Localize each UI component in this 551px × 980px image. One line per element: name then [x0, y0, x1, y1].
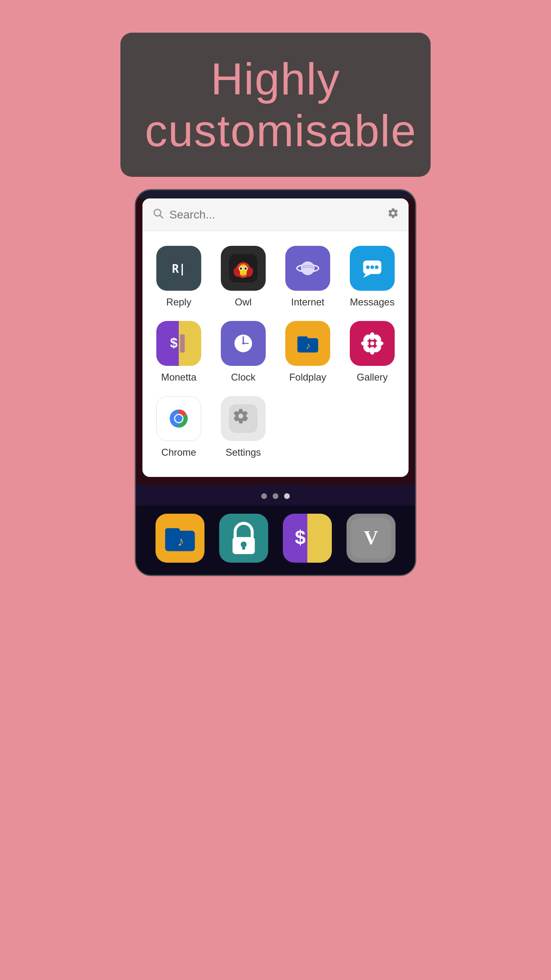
- dock-v[interactable]: V: [347, 514, 395, 563]
- svg-point-45: [370, 332, 375, 341]
- svg-point-24: [375, 265, 378, 269]
- app-item-foldplay[interactable]: ♪ Foldplay: [276, 314, 340, 390]
- svg-rect-64: [242, 544, 245, 550]
- svg-rect-41: [298, 336, 308, 341]
- app-item-monetta[interactable]: $ Monetta: [147, 314, 211, 390]
- svg-point-57: [175, 415, 182, 422]
- app-item-internet[interactable]: Internet: [276, 239, 340, 314]
- app-grid: R| Reply: [142, 231, 409, 477]
- app-item-chrome[interactable]: Chrome: [147, 390, 211, 465]
- settings-icon: [221, 396, 266, 441]
- svg-line-1: [160, 215, 162, 218]
- phone-frame: R| Reply: [135, 189, 416, 576]
- svg-text:$: $: [295, 526, 306, 548]
- search-icon: [152, 207, 164, 222]
- svg-point-48: [375, 341, 383, 346]
- dot-2[interactable]: [273, 493, 278, 499]
- internet-label: Internet: [291, 296, 324, 308]
- banner-text: Highly customisable: [145, 53, 406, 156]
- svg-point-54: [370, 341, 374, 345]
- clock-label: Clock: [231, 372, 256, 383]
- phone-screen: R| Reply: [136, 198, 415, 575]
- bottom-dock: ♪: [136, 506, 415, 575]
- internet-icon: [285, 246, 330, 291]
- svg-rect-33: [180, 334, 184, 353]
- owl-icon: [221, 246, 266, 291]
- reply-label: Reply: [166, 296, 191, 308]
- app-item-reply[interactable]: R| Reply: [147, 239, 211, 314]
- app-item-owl[interactable]: Owl: [211, 239, 276, 314]
- svg-point-38: [242, 342, 244, 344]
- app-item-gallery[interactable]: Gallery: [340, 314, 404, 390]
- dock-foldplay[interactable]: ♪: [156, 514, 204, 563]
- svg-point-47: [361, 341, 369, 346]
- svg-text:$: $: [170, 335, 178, 350]
- app-item-clock[interactable]: Clock: [211, 314, 276, 390]
- gallery-icon: [350, 321, 395, 366]
- messages-label: Messages: [350, 296, 394, 308]
- svg-text:♪: ♪: [306, 340, 311, 351]
- top-banner: Highly customisable: [120, 33, 431, 177]
- page-dots: [136, 485, 415, 506]
- chrome-label: Chrome: [161, 447, 196, 458]
- clock-icon: [221, 321, 266, 366]
- svg-point-22: [366, 265, 370, 269]
- monetta-icon: $: [156, 321, 201, 366]
- dock-monetta[interactable]: $: [283, 514, 332, 563]
- search-input[interactable]: [169, 208, 387, 221]
- svg-text:R|: R|: [172, 262, 186, 276]
- svg-text:♪: ♪: [178, 534, 184, 549]
- svg-text:V: V: [364, 526, 378, 549]
- svg-rect-60: [165, 528, 180, 534]
- svg-point-11: [244, 267, 247, 270]
- app-item-messages[interactable]: Messages: [340, 239, 404, 314]
- chrome-icon: [156, 396, 201, 441]
- svg-point-9: [240, 267, 242, 270]
- settings-gear-icon[interactable]: [387, 207, 399, 222]
- app-drawer: R| Reply: [142, 198, 409, 477]
- reply-icon: R|: [156, 246, 201, 291]
- svg-point-23: [371, 265, 374, 269]
- owl-label: Owl: [235, 296, 251, 308]
- settings-label: Settings: [226, 447, 261, 458]
- dot-3-active[interactable]: [284, 493, 290, 499]
- gallery-label: Gallery: [357, 372, 388, 383]
- monetta-label: Monetta: [161, 372, 197, 383]
- messages-icon: [350, 246, 395, 291]
- foldplay-label: Foldplay: [289, 372, 327, 383]
- foldplay-icon: ♪: [285, 321, 330, 366]
- svg-point-46: [370, 346, 375, 354]
- search-bar: [142, 198, 409, 231]
- app-item-settings[interactable]: Settings: [211, 390, 276, 465]
- dot-1[interactable]: [261, 493, 267, 499]
- dock-lock[interactable]: [219, 514, 268, 563]
